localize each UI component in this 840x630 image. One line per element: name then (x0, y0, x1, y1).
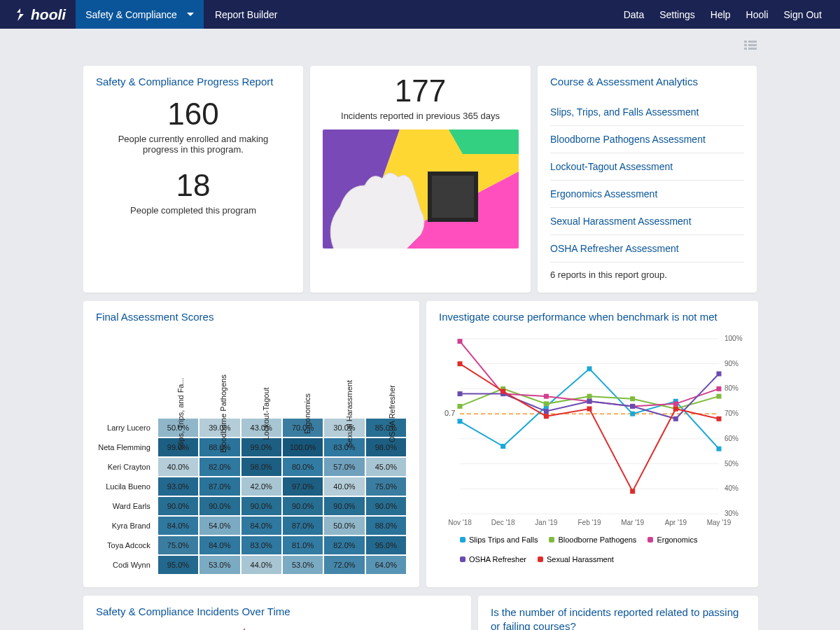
heatmap-row: Ward Earls90.0%90.0%90.0%90.0%90.0%90.0% (96, 496, 407, 516)
analytics-link[interactable]: Sexual Harassment Assessment (550, 216, 692, 227)
heatmap-cell[interactable]: 53.0% (282, 555, 323, 575)
heatmap-cell[interactable]: 44.0% (241, 555, 282, 575)
progress-title: Safety & Compliance Progress Report (96, 76, 290, 88)
nav-signout[interactable]: Sign Out (784, 9, 822, 20)
heatmap-cell[interactable]: 84.0% (241, 516, 282, 536)
benchmark-chart: 100%90%80%70%60%50%40%30%0.7Nov '18Dec '… (439, 335, 750, 531)
svg-rect-64 (717, 372, 722, 377)
svg-rect-58 (458, 391, 463, 396)
heatmap-cell[interactable]: 100.0% (282, 438, 323, 457)
heatmap-row-label: Kyra Brand (96, 522, 158, 530)
overtime-card: Safety & Compliance Incidents Over Time … (83, 596, 471, 630)
heatmap-cell[interactable]: 45.0% (365, 457, 407, 477)
heatmap-cell[interactable]: 90.0% (323, 496, 365, 516)
brand-logo[interactable]: hooli (0, 6, 76, 23)
svg-rect-3 (748, 44, 757, 46)
completed-count: 18 (96, 170, 290, 201)
nav-help[interactable]: Help (710, 9, 731, 20)
nav-hooli[interactable]: Hooli (746, 9, 769, 20)
heatmap-cell[interactable]: 75.0% (158, 536, 199, 555)
analytics-link[interactable]: Ergonomics Assessment (550, 188, 657, 200)
heatmap-cell[interactable]: 82.0% (199, 457, 240, 477)
scatter-title: Is the number of incidents reported rela… (491, 606, 746, 630)
svg-text:Mar '19: Mar '19 (621, 519, 644, 526)
heatmap-cell[interactable]: 90.0% (158, 496, 199, 516)
heatmap-cell[interactable]: 64.0% (365, 555, 407, 575)
incidents-image (323, 130, 519, 248)
svg-rect-69 (630, 489, 635, 493)
legend-item[interactable]: OSHA Refresher (460, 555, 526, 564)
heatmap-cell[interactable]: 54.0% (199, 516, 240, 536)
nav-settings[interactable]: Settings (659, 9, 695, 20)
heatmap-row-label: Toya Adcock (96, 541, 158, 550)
heatmap-cell[interactable]: 85.0% (365, 418, 407, 438)
svg-rect-41 (630, 412, 635, 416)
completed-label: People completed this program (96, 205, 290, 216)
heatmap-cell[interactable]: 95.0% (158, 555, 199, 575)
svg-rect-47 (587, 394, 592, 399)
heatmap-cell[interactable]: 75.0% (365, 477, 407, 496)
heatmap-cell[interactable]: 95.0% (365, 536, 407, 555)
heatmap-cell[interactable]: 72.0% (323, 555, 365, 575)
svg-rect-43 (717, 447, 722, 451)
heatmap-cell[interactable]: 82.0% (323, 536, 365, 555)
heatmap-cell[interactable]: 87.0% (199, 477, 240, 496)
legend-item[interactable]: Slips Trips and Falls (460, 536, 538, 544)
svg-rect-67 (544, 414, 549, 419)
legend-item[interactable]: Bloodborne Pathogens (549, 536, 636, 544)
heatmap-cell[interactable]: 42.0% (241, 477, 282, 496)
legend-item[interactable]: Sexual Harassment (538, 555, 614, 564)
heatmap-cell[interactable]: 50.0% (323, 516, 365, 536)
heatmap-cell[interactable]: 40.0% (158, 457, 199, 477)
heatmap-cell[interactable]: 83.0% (323, 438, 365, 457)
svg-rect-2 (744, 44, 747, 46)
heatmap-cell[interactable]: 98.0% (365, 438, 407, 457)
heatmap-cell[interactable]: 90.0% (282, 496, 323, 516)
svg-rect-44 (458, 404, 463, 409)
nav-data[interactable]: Data (624, 9, 645, 20)
benchmark-card: Investigate course performance when benc… (426, 301, 758, 587)
benchmark-title: Investigate course performance when benc… (439, 311, 746, 323)
svg-rect-65 (458, 361, 463, 366)
heatmap-cell[interactable]: 81.0% (282, 536, 323, 555)
incidents-label: Incidents reported in previous 365 days (323, 111, 518, 121)
heatmap-cell[interactable]: 93.0% (158, 477, 199, 496)
report-builder-link[interactable]: Report Builder (204, 9, 289, 20)
heatmap-cell[interactable]: 30.0% (323, 418, 365, 438)
svg-rect-1 (748, 41, 757, 43)
module-dropdown[interactable]: Safety & Compliance (76, 0, 204, 29)
analytics-link[interactable]: Bloodborne Pathogens Assessment (550, 134, 706, 145)
svg-text:Apr '19: Apr '19 (665, 519, 687, 526)
heatmap-cell[interactable]: 99.0% (241, 438, 282, 457)
heatmap-cell[interactable]: 84.0% (158, 516, 199, 536)
svg-text:Feb '19: Feb '19 (578, 519, 601, 526)
heatmap-cell[interactable]: 57.0% (323, 457, 365, 477)
svg-text:30%: 30% (724, 510, 738, 517)
heatmap-cell[interactable]: 90.0% (241, 496, 282, 516)
heatmap-cell[interactable]: 84.0% (199, 536, 240, 555)
analytics-link[interactable]: Lockout-Tagout Assessment (550, 161, 673, 172)
heatmap-row-label: Larry Lucero (96, 424, 158, 432)
heatmap-cell[interactable]: 83.0% (241, 536, 282, 555)
heatmap-cell[interactable]: 98.0% (241, 457, 282, 477)
heatmap-cell[interactable]: 53.0% (199, 555, 240, 575)
heatmap-cell[interactable]: 90.0% (365, 496, 407, 516)
analytics-link[interactable]: OSHA Refresher Assessment (550, 243, 679, 254)
heatmap-cell[interactable]: 80.0% (282, 457, 323, 477)
svg-rect-40 (587, 366, 592, 371)
heatmap-row-label: Keri Crayton (96, 463, 158, 471)
heatmap-cell[interactable]: 87.0% (282, 516, 323, 536)
heatmap-cell[interactable]: 88.0% (365, 516, 407, 536)
heatmap-cell[interactable]: 40.0% (323, 477, 365, 496)
analytics-list: Slips, Trips, and Falls Assessment Blood… (550, 99, 744, 262)
svg-text:Jan '19: Jan '19 (535, 519, 557, 526)
svg-text:Dec '18: Dec '18 (491, 519, 515, 526)
list-view-icon[interactable] (744, 41, 757, 52)
heatmap-cell[interactable]: 97.0% (282, 477, 323, 496)
heatmap-cell[interactable]: 90.0% (199, 496, 240, 516)
analytics-link[interactable]: Slips, Trips, and Falls Assessment (550, 106, 699, 118)
heatmap-row-label: Lucila Bueno (96, 482, 158, 491)
svg-text:50%: 50% (724, 460, 738, 468)
legend-item[interactable]: Ergonomics (648, 536, 697, 544)
svg-rect-4 (744, 48, 747, 50)
